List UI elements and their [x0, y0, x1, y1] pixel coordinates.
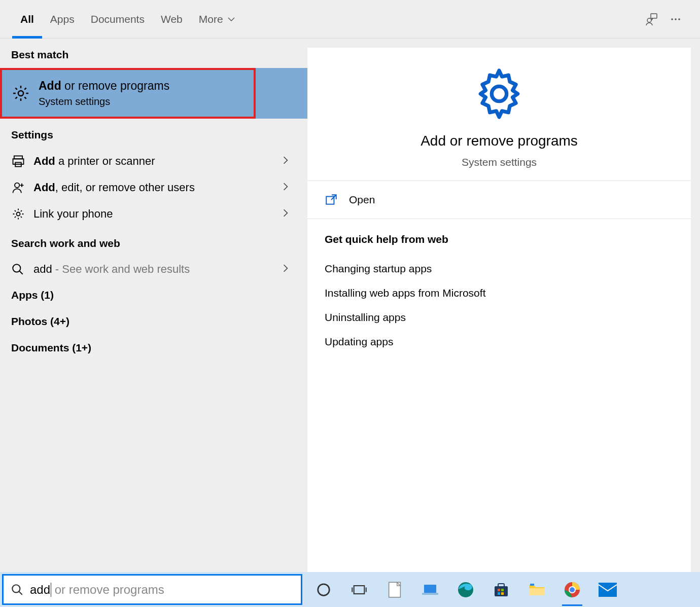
apps-group-label[interactable]: Apps (1) — [0, 282, 307, 308]
svg-rect-25 — [498, 592, 500, 595]
taskbar-edge[interactable] — [454, 579, 477, 601]
taskbar-mail[interactable] — [597, 579, 619, 601]
result-text: Add a printer or scanner — [33, 155, 281, 168]
svg-point-14 — [12, 585, 20, 592]
svg-point-4 — [678, 18, 680, 20]
folder-icon — [528, 582, 545, 597]
user-plus-icon — [11, 181, 25, 195]
settings-label: Settings — [0, 119, 307, 148]
open-icon — [325, 193, 338, 206]
help-link-update[interactable]: Updating apps — [325, 330, 674, 354]
best-match-subtitle: System settings — [39, 96, 244, 108]
svg-rect-7 — [13, 159, 24, 164]
tab-apps[interactable]: Apps — [42, 0, 83, 39]
search-filter-nav: All Apps Documents Web More — [0, 0, 700, 39]
chrome-icon — [564, 581, 581, 598]
taskbar-explorer[interactable] — [526, 579, 548, 601]
chevron-right-icon — [281, 208, 290, 218]
store-icon — [493, 582, 509, 598]
search-icon — [11, 263, 24, 276]
tab-web[interactable]: Web — [153, 0, 191, 39]
feedback-button[interactable] — [639, 7, 663, 31]
ellipsis-icon — [670, 13, 682, 25]
tab-more-label: More — [199, 13, 223, 25]
search-web-label: Search work and web — [0, 227, 307, 257]
gear-icon — [11, 207, 25, 221]
svg-rect-1 — [651, 14, 657, 18]
svg-rect-23 — [498, 589, 500, 591]
photos-group-label[interactable]: Photos (4+) — [0, 308, 307, 335]
best-match-label: Best match — [0, 39, 307, 68]
svg-point-10 — [17, 212, 20, 216]
taskbar-store[interactable] — [490, 579, 512, 601]
results-panel: Best match Add or remove programs System… — [0, 39, 307, 572]
svg-rect-18 — [424, 585, 436, 593]
preview-header: Add or remove programs System settings — [307, 48, 691, 181]
cortana-icon — [316, 582, 331, 597]
preview-panel: Add or remove programs System settings O… — [307, 39, 700, 572]
svg-rect-27 — [529, 588, 544, 595]
result-text: Link your phone — [33, 207, 281, 221]
more-options-button[interactable] — [663, 7, 688, 31]
search-icon — [11, 583, 24, 596]
taskbar-search-box[interactable]: add — [2, 574, 302, 605]
chevron-right-icon — [281, 182, 290, 191]
result-text: add - See work and web results — [33, 263, 281, 276]
laptop-icon — [421, 583, 439, 597]
svg-rect-28 — [530, 584, 534, 586]
svg-rect-24 — [501, 589, 504, 591]
search-input[interactable] — [51, 583, 294, 597]
result-link-phone[interactable]: Link your phone — [0, 201, 307, 227]
document-icon — [388, 581, 402, 598]
svg-point-15 — [318, 584, 330, 595]
taskbar: add — [0, 572, 700, 607]
chevron-down-icon — [227, 15, 235, 23]
svg-rect-16 — [354, 586, 365, 594]
mail-icon — [599, 583, 617, 597]
taskbar-task-view[interactable] — [348, 579, 370, 601]
svg-rect-22 — [498, 584, 504, 587]
help-link-startup[interactable]: Changing startup apps — [325, 257, 674, 281]
svg-point-2 — [671, 18, 673, 20]
svg-point-0 — [647, 18, 651, 22]
chevron-right-icon — [281, 156, 290, 165]
preview-title: Add or remove programs — [421, 133, 578, 149]
svg-point-5 — [18, 91, 23, 96]
result-web-search[interactable]: add - See work and web results — [0, 257, 307, 282]
svg-point-31 — [570, 587, 575, 592]
svg-rect-19 — [422, 593, 438, 595]
help-link-uninstall[interactable]: Uninstalling apps — [325, 305, 674, 330]
svg-point-9 — [15, 183, 19, 188]
preview-subtitle: System settings — [462, 156, 537, 168]
open-label: Open — [349, 194, 375, 206]
gear-large-icon — [471, 66, 527, 122]
result-add-users[interactable]: Add, edit, or remove other users — [0, 174, 307, 201]
svg-rect-26 — [501, 592, 504, 595]
taskbar-chrome[interactable] — [561, 579, 583, 601]
edge-icon — [457, 581, 474, 598]
chevron-right-icon — [281, 264, 290, 273]
svg-point-11 — [13, 264, 20, 272]
svg-rect-32 — [599, 583, 617, 597]
taskbar-cortana[interactable] — [312, 579, 335, 601]
task-view-icon — [351, 582, 367, 597]
documents-group-label[interactable]: Documents (1+) — [0, 335, 307, 361]
help-title: Get quick help from web — [325, 233, 674, 245]
result-best-match[interactable]: Add or remove programs System settings — [0, 68, 256, 119]
help-link-install[interactable]: Installing web apps from Microsoft — [325, 281, 674, 305]
printer-icon — [11, 154, 25, 168]
tab-documents[interactable]: Documents — [83, 0, 153, 39]
result-add-printer[interactable]: Add a printer or scanner — [0, 148, 307, 174]
gear-icon — [11, 84, 30, 103]
search-value: add — [30, 583, 51, 597]
svg-point-12 — [492, 86, 506, 101]
open-action[interactable]: Open — [307, 181, 691, 219]
tab-more[interactable]: More — [191, 0, 243, 39]
help-section: Get quick help from web Changing startup… — [307, 219, 691, 572]
taskbar-libreoffice[interactable] — [383, 579, 406, 601]
best-match-title: Add or remove programs — [39, 79, 244, 93]
tab-all[interactable]: All — [12, 0, 42, 39]
svg-point-3 — [675, 18, 677, 20]
taskbar-your-phone[interactable] — [419, 579, 441, 601]
feedback-icon — [644, 12, 658, 26]
